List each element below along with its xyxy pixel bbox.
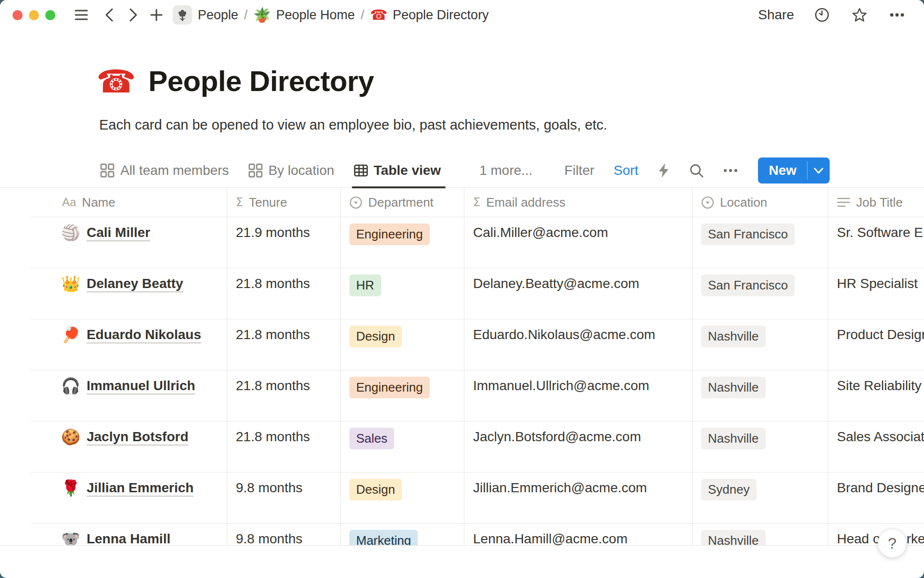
close-window-button[interactable] xyxy=(13,10,23,20)
location-cell: Sydney xyxy=(693,473,828,523)
share-button[interactable]: Share xyxy=(758,7,794,23)
more-views-button[interactable]: 1 more... xyxy=(479,163,532,178)
person-name-link[interactable]: Cali Miller xyxy=(87,223,150,242)
tenure-cell: 21.8 months xyxy=(227,268,341,319)
table-row[interactable]: 🐨 Lenna Hamill 9.8 months Marketing Lenn… xyxy=(30,523,924,546)
location-tag: San Francisco xyxy=(701,275,795,296)
tab-by-location[interactable]: By location xyxy=(248,153,334,188)
person-name-link[interactable]: Jillian Emmerich xyxy=(87,479,194,497)
table-row[interactable]: 👑 Delaney Beatty 21.8 months HR Delaney.… xyxy=(30,268,924,319)
location-tag: Nashville xyxy=(701,326,766,347)
more-options-icon[interactable] xyxy=(887,5,907,25)
location-cell: San Francisco xyxy=(693,268,828,319)
job-title-cell: Sales Associate xyxy=(828,421,924,472)
column-header-tenure[interactable]: Σ Tenure xyxy=(227,188,341,217)
department-tag: Engineering xyxy=(349,223,430,245)
column-header-job-title[interactable]: Job Title xyxy=(828,188,924,217)
person-name-link[interactable]: Jaclyn Botsford xyxy=(87,428,189,446)
sort-button[interactable]: Sort xyxy=(614,163,638,178)
search-icon[interactable] xyxy=(689,163,704,178)
location-tag: Sydney xyxy=(701,479,757,500)
table-view-icon xyxy=(354,163,368,178)
person-avatar-emoji: 🐨 xyxy=(61,530,80,546)
workspace-flower-icon[interactable] xyxy=(173,5,192,25)
location-tag: San Francisco xyxy=(701,223,795,245)
tenure-cell: 9.8 months xyxy=(227,473,341,523)
table-row[interactable]: 🏐 Cali Miller 21.9 months Engineering Ca… xyxy=(30,217,924,268)
department-tag: Marketing xyxy=(349,530,418,546)
person-avatar-emoji: 🍪 xyxy=(61,428,80,446)
table-row[interactable]: 🌹 Jillian Emmerich 9.8 months Design Jil… xyxy=(30,472,924,523)
table-view-region: Aa Name Σ Tenure Department Σ Email addr… xyxy=(0,188,924,546)
history-clock-icon[interactable] xyxy=(812,5,832,25)
breadcrumb-separator: / xyxy=(244,8,248,23)
location-cell: Nashville xyxy=(693,421,828,472)
job-title-cell: Site Reliability Engineer xyxy=(828,370,924,421)
table-row[interactable]: 🎧 Immanuel Ullrich 21.8 months Engineeri… xyxy=(30,370,924,421)
filter-button[interactable]: Filter xyxy=(565,163,594,178)
column-header-department[interactable]: Department xyxy=(341,188,464,217)
formula-property-icon: Σ xyxy=(473,196,480,209)
person-name-link[interactable]: Eduardo Nikolaus xyxy=(87,326,201,344)
department-tag: Design xyxy=(349,479,402,500)
person-name-link[interactable]: Immanuel Ullrich xyxy=(87,377,195,395)
breadcrumb-people-directory-label: People Directory xyxy=(393,8,489,23)
person-avatar-emoji: 🎧 xyxy=(61,377,80,395)
select-property-icon xyxy=(349,196,362,209)
breadcrumb-item-people-directory[interactable]: ☎ People Directory xyxy=(366,6,493,25)
department-cell: Engineering xyxy=(341,370,464,421)
traffic-lights xyxy=(13,10,55,20)
person-avatar-emoji: 🏓 xyxy=(61,326,80,344)
favorite-star-icon[interactable] xyxy=(850,5,869,25)
department-tag: Engineering xyxy=(349,377,430,398)
name-cell: 👑 Delaney Beatty xyxy=(30,268,227,319)
minimize-window-button[interactable] xyxy=(29,10,39,20)
view-tabs-bar: All team members By location Table view … xyxy=(0,153,924,188)
table-row[interactable]: 🍪 Jaclyn Botsford 21.8 months Sales Jacl… xyxy=(30,421,924,472)
location-tag: Nashville xyxy=(701,428,766,449)
email-cell: Cali.Miller@acme.com xyxy=(464,217,693,268)
department-tag: Sales xyxy=(349,428,394,449)
new-button[interactable]: New xyxy=(758,158,830,184)
window-titlebar: People / 🪴 People Home / ☎ People Direct… xyxy=(0,0,924,30)
person-name-link[interactable]: Lenna Hamill xyxy=(87,530,170,546)
table-header-row: Aa Name Σ Tenure Department Σ Email addr… xyxy=(30,188,924,217)
gallery-view-icon xyxy=(100,163,115,178)
email-cell: Delaney.Beatty@acme.com xyxy=(464,268,693,319)
back-icon[interactable] xyxy=(100,5,119,25)
location-cell: Nashville xyxy=(693,524,828,546)
column-header-name[interactable]: Aa Name xyxy=(30,188,227,217)
sidebar-menu-icon[interactable] xyxy=(72,5,91,25)
new-button-label[interactable]: New xyxy=(758,158,807,184)
automation-lightning-icon[interactable] xyxy=(657,163,670,178)
forward-icon[interactable] xyxy=(124,5,143,25)
breadcrumb-item-people[interactable]: People xyxy=(194,6,242,25)
tab-table-view[interactable]: Table view xyxy=(354,153,441,188)
page-description: Each card can be opened to view an emplo… xyxy=(99,117,607,133)
page-telephone-icon[interactable]: ☎ xyxy=(96,66,136,97)
job-title-cell: Head of Marketing xyxy=(828,524,924,546)
tab-all-team-members[interactable]: All team members xyxy=(100,153,229,188)
new-tab-icon[interactable] xyxy=(147,5,166,25)
table-row[interactable]: 🏓 Eduardo Nikolaus 21.8 months Design Ed… xyxy=(30,319,924,370)
person-name-link[interactable]: Delaney Beatty xyxy=(87,275,183,293)
name-cell: 🌹 Jillian Emmerich xyxy=(30,473,227,523)
tenure-cell: 21.8 months xyxy=(227,370,341,421)
breadcrumb-item-people-home[interactable]: 🪴 People Home xyxy=(250,6,359,25)
help-button[interactable]: ? xyxy=(878,529,907,558)
email-cell: Jillian.Emmerich@acme.com xyxy=(464,473,693,523)
name-cell: 🏓 Eduardo Nikolaus xyxy=(30,319,227,370)
column-header-location[interactable]: Location xyxy=(693,188,828,217)
view-options-icon[interactable] xyxy=(723,169,738,172)
column-header-email[interactable]: Σ Email address xyxy=(464,188,693,217)
department-tag: HR xyxy=(349,275,381,296)
location-cell: Nashville xyxy=(693,370,828,421)
person-avatar-emoji: 👑 xyxy=(61,275,80,293)
department-cell: Sales xyxy=(341,421,464,472)
location-cell: Nashville xyxy=(693,319,828,370)
zoom-window-button[interactable] xyxy=(45,10,55,20)
chevron-down-icon[interactable] xyxy=(808,158,830,184)
tenure-cell: 21.8 months xyxy=(227,421,341,472)
department-cell: Engineering xyxy=(341,217,464,268)
email-cell: Jaclyn.Botsford@acme.com xyxy=(464,421,693,472)
